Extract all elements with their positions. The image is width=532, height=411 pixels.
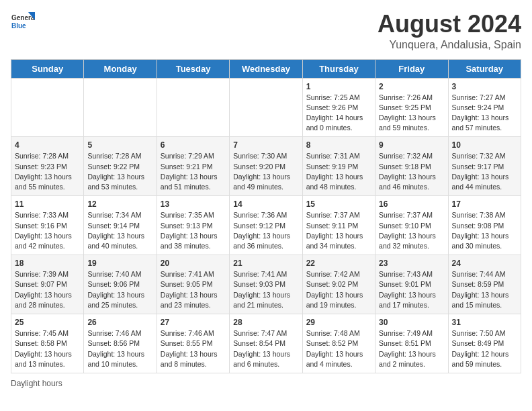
month-year: August 2024 <box>378 11 521 38</box>
col-header-thursday: Thursday <box>302 59 375 78</box>
day-number: 28 <box>233 318 298 327</box>
day-number: 17 <box>452 199 517 209</box>
day-number: 13 <box>161 199 226 209</box>
day-number: 21 <box>233 259 298 268</box>
day-number: 26 <box>87 318 152 327</box>
day-info: Sunrise: 7:26 AMSunset: 9:25 PMDaylight:… <box>379 93 444 134</box>
day-number: 2 <box>379 82 444 91</box>
day-cell: 18Sunrise: 7:39 AMSunset: 9:07 PMDayligh… <box>11 255 84 314</box>
day-number: 11 <box>15 199 80 209</box>
week-row-2: 4Sunrise: 7:28 AMSunset: 9:23 PMDaylight… <box>11 137 521 196</box>
day-info: Sunrise: 7:46 AMSunset: 8:55 PMDaylight:… <box>161 328 226 369</box>
day-info: Sunrise: 7:34 AMSunset: 9:14 PMDaylight:… <box>87 210 152 251</box>
day-number: 31 <box>452 318 517 327</box>
day-cell: 6Sunrise: 7:29 AMSunset: 9:21 PMDaylight… <box>157 137 229 196</box>
col-header-tuesday: Tuesday <box>157 59 229 78</box>
day-number: 8 <box>306 140 371 150</box>
day-info: Sunrise: 7:49 AMSunset: 8:51 PMDaylight:… <box>379 328 444 369</box>
day-info: Sunrise: 7:30 AMSunset: 9:20 PMDaylight:… <box>233 151 298 192</box>
day-info: Sunrise: 7:29 AMSunset: 9:21 PMDaylight:… <box>161 151 226 192</box>
day-info: Sunrise: 7:37 AMSunset: 9:11 PMDaylight:… <box>306 210 371 251</box>
day-number: 10 <box>452 140 517 150</box>
day-info: Sunrise: 7:28 AMSunset: 9:23 PMDaylight:… <box>15 151 80 192</box>
day-info: Sunrise: 7:50 AMSunset: 8:49 PMDaylight:… <box>452 328 517 369</box>
day-info: Sunrise: 7:31 AMSunset: 9:19 PMDaylight:… <box>306 151 371 192</box>
day-cell <box>84 78 157 137</box>
calendar-table: SundayMondayTuesdayWednesdayThursdayFrid… <box>11 59 521 373</box>
day-cell: 11Sunrise: 7:33 AMSunset: 9:16 PMDayligh… <box>11 196 84 255</box>
day-info: Sunrise: 7:48 AMSunset: 8:52 PMDaylight:… <box>306 328 371 369</box>
day-info: Sunrise: 7:42 AMSunset: 9:02 PMDaylight:… <box>306 269 371 310</box>
day-number: 19 <box>87 259 152 268</box>
day-number: 29 <box>306 318 371 327</box>
day-cell: 7Sunrise: 7:30 AMSunset: 9:20 PMDaylight… <box>230 137 302 196</box>
week-row-3: 11Sunrise: 7:33 AMSunset: 9:16 PMDayligh… <box>11 196 521 255</box>
calendar-header-row: SundayMondayTuesdayWednesdayThursdayFrid… <box>11 59 521 78</box>
day-cell: 2Sunrise: 7:26 AMSunset: 9:25 PMDaylight… <box>375 78 448 137</box>
day-info: Sunrise: 7:44 AMSunset: 8:59 PMDaylight:… <box>452 269 517 310</box>
day-number: 25 <box>15 318 80 327</box>
day-cell: 27Sunrise: 7:46 AMSunset: 8:55 PMDayligh… <box>157 314 229 373</box>
day-info: Sunrise: 7:38 AMSunset: 9:08 PMDaylight:… <box>452 210 517 251</box>
day-info: Sunrise: 7:37 AMSunset: 9:10 PMDaylight:… <box>379 210 444 251</box>
location: Yunquera, Andalusia, Spain <box>378 39 521 51</box>
day-cell: 30Sunrise: 7:49 AMSunset: 8:51 PMDayligh… <box>375 314 448 373</box>
day-number: 1 <box>306 82 371 91</box>
day-cell: 29Sunrise: 7:48 AMSunset: 8:52 PMDayligh… <box>302 314 375 373</box>
day-info: Sunrise: 7:25 AMSunset: 9:26 PMDaylight:… <box>306 93 371 134</box>
day-cell: 4Sunrise: 7:28 AMSunset: 9:23 PMDaylight… <box>11 137 84 196</box>
day-number: 15 <box>306 199 371 209</box>
day-cell: 17Sunrise: 7:38 AMSunset: 9:08 PMDayligh… <box>448 196 521 255</box>
day-cell: 21Sunrise: 7:41 AMSunset: 9:03 PMDayligh… <box>230 255 302 314</box>
page-header: General Blue August 2024 Yunquera, Andal… <box>11 11 521 51</box>
day-number: 4 <box>15 140 80 150</box>
day-cell: 15Sunrise: 7:37 AMSunset: 9:11 PMDayligh… <box>302 196 375 255</box>
day-number: 18 <box>15 259 80 268</box>
col-header-sunday: Sunday <box>11 59 84 78</box>
day-cell: 25Sunrise: 7:45 AMSunset: 8:58 PMDayligh… <box>11 314 84 373</box>
day-cell: 24Sunrise: 7:44 AMSunset: 8:59 PMDayligh… <box>448 255 521 314</box>
footer: Daylight hours <box>11 379 521 388</box>
day-cell: 26Sunrise: 7:46 AMSunset: 8:56 PMDayligh… <box>84 314 157 373</box>
daylight-label: Daylight hours <box>11 379 62 388</box>
day-number: 12 <box>87 199 152 209</box>
day-cell: 14Sunrise: 7:36 AMSunset: 9:12 PMDayligh… <box>230 196 302 255</box>
day-info: Sunrise: 7:41 AMSunset: 9:05 PMDaylight:… <box>161 269 226 310</box>
day-info: Sunrise: 7:32 AMSunset: 9:18 PMDaylight:… <box>379 151 444 192</box>
col-header-monday: Monday <box>84 59 157 78</box>
week-row-5: 25Sunrise: 7:45 AMSunset: 8:58 PMDayligh… <box>11 314 521 373</box>
day-info: Sunrise: 7:47 AMSunset: 8:54 PMDaylight:… <box>233 328 298 369</box>
day-cell <box>11 78 84 137</box>
day-info: Sunrise: 7:28 AMSunset: 9:22 PMDaylight:… <box>87 151 152 192</box>
day-cell <box>157 78 229 137</box>
col-header-saturday: Saturday <box>448 59 521 78</box>
col-header-wednesday: Wednesday <box>230 59 302 78</box>
day-cell: 23Sunrise: 7:43 AMSunset: 9:01 PMDayligh… <box>375 255 448 314</box>
day-cell: 8Sunrise: 7:31 AMSunset: 9:19 PMDaylight… <box>302 137 375 196</box>
day-info: Sunrise: 7:36 AMSunset: 9:12 PMDaylight:… <box>233 210 298 251</box>
day-cell: 9Sunrise: 7:32 AMSunset: 9:18 PMDaylight… <box>375 137 448 196</box>
week-row-4: 18Sunrise: 7:39 AMSunset: 9:07 PMDayligh… <box>11 255 521 314</box>
day-number: 7 <box>233 140 298 150</box>
day-cell: 31Sunrise: 7:50 AMSunset: 8:49 PMDayligh… <box>448 314 521 373</box>
day-cell <box>230 78 302 137</box>
calendar-body: 1Sunrise: 7:25 AMSunset: 9:26 PMDaylight… <box>11 78 521 373</box>
day-number: 6 <box>161 140 226 150</box>
day-cell: 12Sunrise: 7:34 AMSunset: 9:14 PMDayligh… <box>84 196 157 255</box>
day-number: 24 <box>452 259 517 268</box>
day-cell: 5Sunrise: 7:28 AMSunset: 9:22 PMDaylight… <box>84 137 157 196</box>
day-number: 14 <box>233 199 298 209</box>
day-info: Sunrise: 7:33 AMSunset: 9:16 PMDaylight:… <box>15 210 80 251</box>
day-number: 23 <box>379 259 444 268</box>
logo: General Blue <box>11 11 35 35</box>
svg-text:Blue: Blue <box>11 22 26 30</box>
day-cell: 19Sunrise: 7:40 AMSunset: 9:06 PMDayligh… <box>84 255 157 314</box>
day-info: Sunrise: 7:43 AMSunset: 9:01 PMDaylight:… <box>379 269 444 310</box>
day-cell: 13Sunrise: 7:35 AMSunset: 9:13 PMDayligh… <box>157 196 229 255</box>
day-cell: 1Sunrise: 7:25 AMSunset: 9:26 PMDaylight… <box>302 78 375 137</box>
day-cell: 28Sunrise: 7:47 AMSunset: 8:54 PMDayligh… <box>230 314 302 373</box>
day-info: Sunrise: 7:41 AMSunset: 9:03 PMDaylight:… <box>233 269 298 310</box>
day-number: 9 <box>379 140 444 150</box>
day-info: Sunrise: 7:32 AMSunset: 9:17 PMDaylight:… <box>452 151 517 192</box>
day-cell: 22Sunrise: 7:42 AMSunset: 9:02 PMDayligh… <box>302 255 375 314</box>
